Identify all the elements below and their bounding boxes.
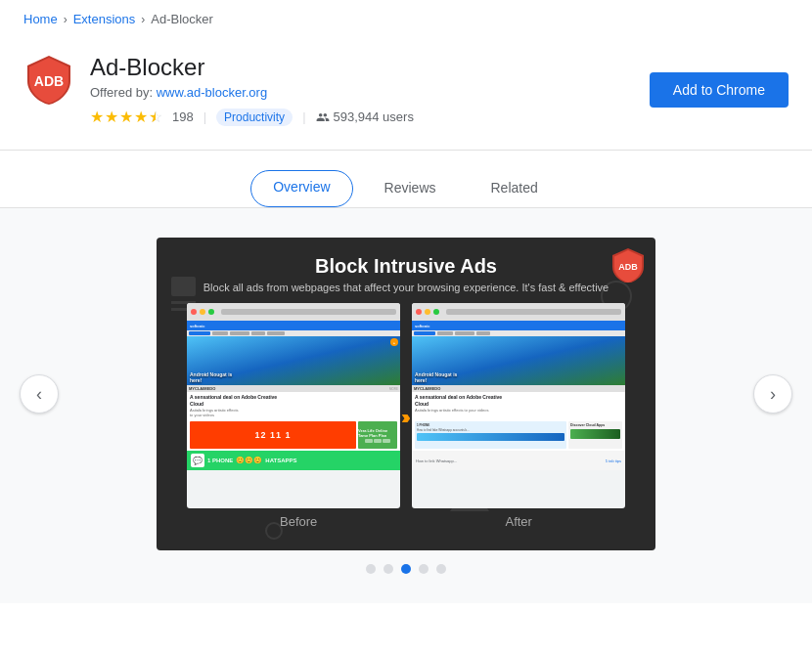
after-browser-content: softonic Android Nougat ishere! bbox=[412, 321, 625, 508]
star-3: ★ bbox=[119, 108, 133, 126]
rating-count: 198 bbox=[172, 109, 194, 124]
carousel-wrapper: ‹ ADB bbox=[0, 238, 812, 550]
browser-toolbar-before bbox=[187, 303, 400, 321]
before-browser: softonic Android Nou bbox=[187, 303, 400, 508]
carousel-prev-button[interactable]: ‹ bbox=[20, 374, 59, 414]
before-browser-content: softonic Android Nou bbox=[187, 321, 400, 508]
carousel-dots bbox=[0, 550, 812, 584]
toolbar-dot-green-after bbox=[433, 309, 439, 315]
toolbar-dot-red-after bbox=[416, 309, 422, 315]
breadcrumb-extensions[interactable]: Extensions bbox=[73, 12, 136, 26]
extension-details: Ad-Blocker Offered by: www.ad-blocker.or… bbox=[90, 54, 414, 126]
carousel-dot-2[interactable] bbox=[383, 564, 393, 574]
extension-header: ADB Ad-Blocker Offered by: www.ad-blocke… bbox=[0, 38, 812, 151]
carousel-slide: ADB Block Intrusive Ads Block all ads fr… bbox=[157, 238, 655, 550]
toolbar-dot-green bbox=[208, 309, 214, 315]
star-2: ★ bbox=[105, 108, 118, 126]
add-to-chrome-button[interactable]: Add to Chrome bbox=[650, 72, 789, 108]
carousel-next-button[interactable]: › bbox=[753, 374, 792, 414]
after-browser: softonic Android Nougat ishere! bbox=[412, 303, 625, 508]
carousel-dot-5[interactable] bbox=[436, 564, 446, 574]
after-label: After bbox=[505, 514, 531, 529]
meta-divider: | bbox=[203, 109, 206, 124]
before-label: Before bbox=[280, 514, 317, 529]
slide-subtitle: Block all ads from webpages that affect … bbox=[203, 282, 609, 293]
slide-arrow: › › › bbox=[401, 405, 411, 427]
svg-text:ADB: ADB bbox=[618, 262, 638, 272]
tab-related[interactable]: Related bbox=[468, 170, 562, 207]
slide-title: Block Intrusive Ads bbox=[315, 255, 497, 278]
browser-toolbar-after bbox=[412, 303, 625, 321]
breadcrumb-home[interactable]: Home bbox=[23, 12, 58, 26]
breadcrumb-sep-1: › bbox=[64, 13, 68, 26]
extension-info: ADB Ad-Blocker Offered by: www.ad-blocke… bbox=[23, 54, 414, 126]
users-icon bbox=[316, 110, 330, 124]
extension-icon: ADB bbox=[23, 54, 74, 105]
browsers-container: softonic Android Nou bbox=[157, 303, 655, 508]
carousel-dot-1[interactable] bbox=[366, 564, 376, 574]
breadcrumb: Home › Extensions › Ad-Blocker bbox=[0, 0, 812, 38]
carousel-section: ‹ ADB bbox=[0, 208, 812, 603]
browser-labels: Before After bbox=[186, 508, 626, 535]
svg-text:ADB: ADB bbox=[34, 73, 64, 89]
breadcrumb-sep-2: › bbox=[141, 13, 145, 26]
toolbar-dot-red bbox=[191, 309, 197, 315]
breadcrumb-current: Ad-Blocker bbox=[151, 12, 213, 26]
offered-by-link[interactable]: www.ad-blocker.org bbox=[157, 85, 267, 100]
star-5: ★ ☆ bbox=[149, 108, 162, 126]
extension-name: Ad-Blocker bbox=[90, 54, 414, 81]
adb-badge-icon: ADB bbox=[610, 247, 646, 283]
svg-rect-1 bbox=[171, 277, 196, 296]
users-count: 593,944 users bbox=[316, 109, 414, 124]
star-1: ★ bbox=[90, 108, 104, 126]
toolbar-dot-yellow bbox=[200, 309, 205, 315]
star-4: ★ bbox=[134, 108, 148, 126]
carousel-dot-3[interactable] bbox=[401, 564, 411, 574]
extension-meta: ★ ★ ★ ★ ★ ☆ 198 | Productivity | bbox=[90, 108, 414, 126]
offered-by: Offered by: www.ad-blocker.org bbox=[90, 85, 414, 100]
carousel-slide-container: ADB Block Intrusive Ads Block all ads fr… bbox=[157, 238, 655, 550]
category-badge[interactable]: Productivity bbox=[216, 109, 293, 126]
star-rating: ★ ★ ★ ★ ★ ☆ bbox=[90, 108, 162, 126]
tab-overview[interactable]: Overview bbox=[250, 170, 352, 207]
tab-bar: Overview Reviews Related bbox=[0, 151, 812, 208]
meta-divider-2: | bbox=[302, 109, 305, 124]
toolbar-dot-yellow-after bbox=[425, 309, 430, 315]
tab-reviews[interactable]: Reviews bbox=[361, 170, 460, 207]
carousel-dot-4[interactable] bbox=[419, 564, 429, 574]
